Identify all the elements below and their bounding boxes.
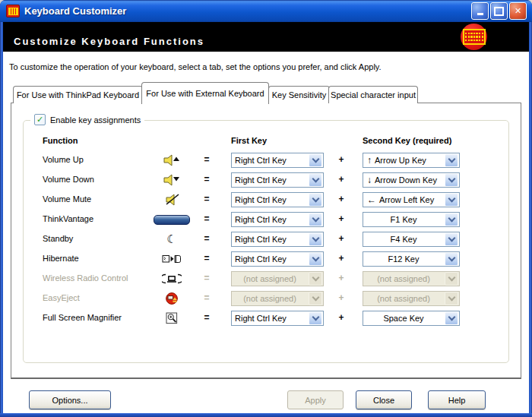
chevron-down-icon[interactable] — [309, 311, 322, 325]
easyeject-icon — [143, 289, 201, 308]
enable-key-assignments[interactable]: ✓ Enable key assignments — [30, 114, 144, 125]
first-key-select[interactable]: Right Ctrl Key — [231, 212, 324, 227]
chevron-down-icon[interactable] — [309, 252, 322, 266]
table-row: Volume Down = Right Ctrl Key + ↓ Arrow D… — [23, 170, 513, 190]
second-key-select[interactable]: F4 Key — [363, 232, 460, 247]
function-label: Volume Mute — [43, 194, 91, 204]
table-row: Hibernate = Right Ctrl Key + F12 Key — [23, 249, 513, 269]
tab-key-sensitivity[interactable]: Key Sensitivity — [268, 86, 330, 103]
second-key-select[interactable]: F1 Key — [363, 212, 460, 227]
magnifier-icon — [143, 308, 201, 328]
second-key-select[interactable]: ↑ Arrow Up Key — [363, 153, 460, 168]
first-key-select-disabled: (not assigned) — [231, 291, 324, 306]
window-title: Keyboard Customizer — [24, 5, 471, 17]
equals-sign: = — [201, 194, 213, 204]
close-icon: ✕ — [515, 6, 521, 16]
first-key-select[interactable]: Right Ctrl Key — [231, 311, 324, 326]
chevron-down-icon[interactable] — [309, 173, 322, 187]
table-row: Full Screen Magnifier = Right Ctrl Key +… — [23, 308, 513, 328]
chevron-down-icon[interactable] — [309, 213, 322, 226]
first-key-select[interactable]: Right Ctrl Key — [231, 251, 324, 267]
table-row: EasyEject = (not assigned) + (not assign… — [23, 289, 513, 308]
function-label: Standby — [43, 234, 73, 243]
plus-sign: + — [334, 174, 348, 185]
second-key-select[interactable]: ← Arrow Left Key — [363, 192, 460, 207]
minimize-button[interactable] — [471, 2, 489, 20]
plus-sign: + — [334, 194, 348, 204]
function-label: Volume Down — [43, 175, 94, 184]
column-header-first-key: First Key — [231, 136, 267, 145]
checkbox-checked-icon[interactable]: ✓ — [34, 114, 46, 125]
chevron-down-icon — [309, 292, 322, 305]
column-header-second-key: Second Key (required) — [363, 136, 451, 145]
chevron-down-icon[interactable] — [445, 153, 458, 167]
chevron-down-icon[interactable] — [445, 311, 458, 325]
plus-sign: + — [334, 292, 348, 303]
equals-sign: = — [201, 292, 213, 303]
first-key-select[interactable]: Right Ctrl Key — [231, 153, 324, 168]
table-row: Volume Up = Right Ctrl Key + ↑ Arrow Up … — [23, 150, 513, 170]
minimize-icon — [477, 13, 483, 15]
options-button[interactable]: Options... — [29, 390, 111, 409]
chevron-down-icon[interactable] — [445, 213, 458, 226]
wireless-radio-icon — [143, 269, 201, 289]
hibernate-icon — [143, 249, 201, 269]
function-label: EasyEject — [43, 293, 80, 302]
tab-thinkpad-keyboard[interactable]: For Use with ThinkPad Keyboard — [13, 86, 143, 103]
column-header-function: Function — [43, 136, 78, 145]
function-label: Full Screen Magnifier — [43, 313, 122, 322]
first-key-select[interactable]: Right Ctrl Key — [231, 192, 324, 207]
chevron-down-icon[interactable] — [445, 193, 458, 207]
standby-moon-icon: ☾ — [143, 229, 201, 249]
tab-special-character-input[interactable]: Special character input — [328, 86, 418, 103]
function-label: ThinkVantage — [43, 214, 93, 223]
chevron-down-icon[interactable] — [445, 173, 458, 187]
plus-sign: + — [334, 213, 348, 224]
equals-sign: = — [201, 273, 213, 283]
arrow-up-glyph: ↑ — [363, 156, 372, 165]
keyboard-badge-icon — [461, 24, 487, 50]
keyboard-app-icon — [6, 5, 20, 17]
second-key-select[interactable]: F12 Key — [363, 251, 460, 267]
maximize-button[interactable] — [490, 2, 508, 20]
checkbox-label: Enable key assignments — [50, 115, 141, 125]
tab-external-keyboard[interactable]: For Use with External Keyboard — [141, 82, 269, 104]
first-key-select[interactable]: Right Ctrl Key — [231, 172, 324, 188]
chevron-down-icon[interactable] — [309, 232, 322, 246]
second-key-select[interactable]: Space Key — [363, 311, 460, 326]
chevron-down-icon[interactable] — [309, 153, 322, 167]
plus-sign: + — [334, 312, 348, 323]
volume-down-icon — [143, 170, 201, 190]
chevron-down-icon — [445, 292, 458, 305]
window-frame — [0, 21, 3, 417]
chevron-down-icon — [445, 272, 458, 286]
first-key-select[interactable]: Right Ctrl Key — [231, 232, 324, 247]
table-row: Volume Mute = Right Ctrl Key + ← Arrow L… — [23, 190, 513, 210]
apply-button[interactable]: Apply — [287, 390, 344, 409]
chevron-down-icon — [309, 272, 322, 286]
thinkvantage-button-icon — [143, 210, 201, 229]
chevron-down-icon[interactable] — [445, 232, 458, 246]
function-label: Volume Up — [43, 155, 84, 164]
function-label: Wireless Radio Control — [43, 273, 128, 283]
window-frame — [529, 21, 532, 417]
chevron-down-icon[interactable] — [309, 193, 322, 207]
plus-sign: + — [334, 233, 348, 244]
plus-sign: + — [334, 273, 348, 283]
equals-sign: = — [201, 154, 213, 165]
chevron-down-icon[interactable] — [445, 252, 458, 266]
equals-sign: = — [201, 312, 213, 323]
maximize-icon — [494, 7, 504, 16]
close-button[interactable]: ✕ — [509, 2, 527, 20]
help-button[interactable]: Help — [428, 390, 486, 409]
instruction-text: To customize the operation of your keybo… — [9, 62, 382, 71]
equals-sign: = — [201, 253, 213, 264]
keyboard-customizer-window: Keyboard Customizer ✕ Customize Keyboard… — [0, 0, 532, 417]
title-bar[interactable]: Keyboard Customizer ✕ — [0, 0, 532, 22]
close-dialog-button[interactable]: Close — [356, 390, 412, 409]
equals-sign: = — [201, 233, 213, 244]
second-key-select[interactable]: ↓ Arrow Down Key — [363, 172, 460, 188]
plus-sign: + — [334, 253, 348, 264]
window-frame — [0, 413, 532, 417]
arrow-left-glyph: ← — [363, 195, 376, 204]
